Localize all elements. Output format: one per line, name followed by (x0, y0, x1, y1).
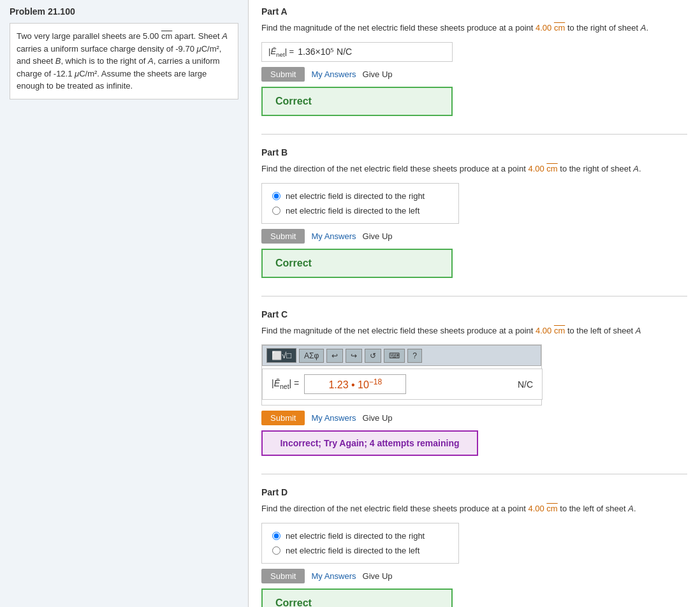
part-b-submit-row: Submit My Answers Give Up (261, 229, 687, 244)
part-d-submit-row: Submit My Answers Give Up (261, 569, 687, 583)
part-a-answer-box: |Ēnet| = 1.36×10⁵ N/C (261, 42, 453, 62)
part-c-result: Incorrect; Try Again; 4 attempts remaini… (261, 430, 478, 456)
part-a-answer-value: 1.36×10⁵ N/C (298, 47, 352, 57)
part-b-section: Part B Find the direction of the net ele… (261, 147, 687, 296)
part-a-give-up-link[interactable]: Give Up (363, 69, 393, 79)
part-c-section: Part C Find the magnitude of the net ele… (261, 309, 687, 475)
part-b-my-answers-link[interactable]: My Answers (311, 231, 356, 241)
part-b-radio-item-1[interactable]: net electric field is directed to the ri… (272, 191, 448, 201)
part-d-option-2-label: net electric field is directed to the le… (286, 546, 419, 555)
toolbar-help-btn[interactable]: ? (407, 349, 422, 363)
part-b-give-up-link[interactable]: Give Up (363, 231, 393, 241)
part-d-submit-button[interactable]: Submit (261, 569, 305, 583)
part-b-question: Find the direction of the net electric f… (261, 163, 687, 175)
part-d-radio-item-1[interactable]: net electric field is directed to the ri… (272, 531, 448, 541)
part-a-answer-label: |Ēnet| = (268, 47, 294, 58)
part-d-result: Correct (261, 589, 453, 607)
part-c-toolbar: ⬜√□ ΑΣφ ↩ ↪ ↺ ⌨ ? (262, 345, 541, 366)
part-a-submit-row: Submit My Answers Give Up (261, 67, 687, 82)
toolbar-keyboard-btn[interactable]: ⌨ (384, 349, 405, 363)
toolbar-matrix-btn[interactable]: ⬜√□ (266, 348, 296, 363)
part-b-radio-1[interactable] (272, 192, 281, 200)
toolbar-reset-btn[interactable]: ↺ (365, 349, 381, 363)
part-a-title: Part A (261, 6, 687, 17)
part-d-option-1-label: net electric field is directed to the ri… (286, 531, 425, 541)
part-c-math-container: ⬜√□ ΑΣφ ↩ ↪ ↺ ⌨ ? |Ēnet| = 1.23 • 10−18 … (261, 344, 542, 406)
part-b-result: Correct (261, 249, 453, 278)
part-c-answer-label: |Ēnet| = (272, 378, 299, 390)
toolbar-symbols-btn[interactable]: ΑΣφ (299, 349, 324, 363)
part-d-give-up-link[interactable]: Give Up (363, 571, 393, 581)
part-a-result: Correct (261, 87, 453, 116)
toolbar-undo-btn[interactable]: ↩ (326, 349, 343, 363)
part-d-section: Part D Find the direction of the net ele… (261, 487, 687, 607)
part-c-question: Find the magnitude of the net electric f… (261, 325, 687, 337)
part-d-radio-item-2[interactable]: net electric field is directed to the le… (272, 546, 448, 555)
part-d-radio-2[interactable] (272, 546, 281, 555)
part-a-question: Find the magnitude of the net electric f… (261, 22, 687, 34)
part-d-question: Find the direction of the net electric f… (261, 502, 687, 515)
part-b-submit-button[interactable]: Submit (261, 229, 305, 244)
part-a-section: Part A Find the magnitude of the net ele… (261, 6, 687, 135)
part-d-radio-group: net electric field is directed to the ri… (261, 523, 459, 564)
problem-statement: Two very large parallel sheets are 5.00 … (10, 23, 238, 99)
part-c-my-answers-link[interactable]: My Answers (311, 413, 356, 423)
toolbar-redo-btn[interactable]: ↪ (346, 349, 362, 363)
part-c-submit-row: Submit My Answers Give Up (261, 411, 687, 425)
part-b-option-2-label: net electric field is directed to the le… (286, 206, 419, 216)
part-b-option-1-label: net electric field is directed to the ri… (286, 191, 425, 201)
part-a-submit-button[interactable]: Submit (261, 67, 305, 82)
part-c-give-up-link[interactable]: Give Up (363, 413, 393, 423)
part-b-radio-item-2[interactable]: net electric field is directed to the le… (272, 206, 448, 216)
part-c-answer-value[interactable]: 1.23 • 10−18 (304, 374, 406, 394)
part-c-title: Part C (261, 309, 687, 319)
part-b-radio-group: net electric field is directed to the ri… (261, 183, 459, 224)
part-c-unit: N/C (518, 379, 533, 390)
part-b-title: Part B (261, 147, 687, 157)
part-c-submit-button[interactable]: Submit (261, 411, 305, 425)
part-a-my-answers-link[interactable]: My Answers (311, 69, 356, 79)
problem-title: Problem 21.100 (10, 6, 238, 17)
part-b-radio-2[interactable] (272, 207, 281, 215)
part-d-radio-1[interactable] (272, 532, 281, 540)
part-c-math-input[interactable]: |Ēnet| = 1.23 • 10−18 N/C (262, 369, 543, 400)
part-d-title: Part D (261, 487, 687, 497)
part-d-my-answers-link[interactable]: My Answers (311, 571, 356, 581)
